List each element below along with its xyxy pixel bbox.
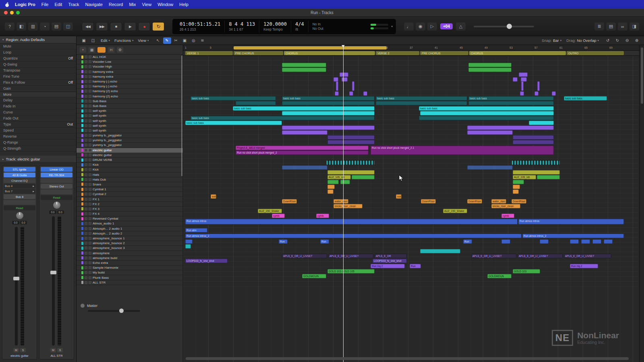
region[interactable] bbox=[513, 180, 524, 184]
track-row[interactable]: Atmosph... 2 audio 1 bbox=[77, 226, 183, 231]
region[interactable]: DownRiser 2 bbox=[467, 199, 482, 204]
track-solo-button[interactable] bbox=[89, 203, 91, 206]
track-mute-button[interactable] bbox=[85, 227, 87, 230]
region[interactable] bbox=[349, 91, 353, 96]
param-q-range[interactable]: Q-Range bbox=[0, 140, 76, 146]
track-row[interactable]: ALL STR bbox=[77, 280, 183, 285]
arrangement-marker-pre-chorus[interactable]: PRE CHORUS bbox=[420, 51, 468, 55]
smart-controls-icon[interactable]: ◔ bbox=[40, 23, 50, 31]
region[interactable] bbox=[419, 116, 554, 120]
track-row[interactable]: harmony (-) echo bbox=[77, 84, 183, 89]
region[interactable]: AUZ_105_Idli bbox=[513, 175, 536, 179]
track-row[interactable]: yummy b._peggiator bbox=[77, 143, 183, 148]
track-solo-button[interactable] bbox=[89, 134, 91, 137]
region[interactable] bbox=[327, 140, 375, 144]
region[interactable] bbox=[282, 68, 326, 72]
track-mute-button[interactable] bbox=[85, 261, 87, 264]
track-solo-button[interactable] bbox=[89, 109, 91, 112]
track-row[interactable]: harmony extra bbox=[77, 74, 183, 79]
fader-thumb[interactable] bbox=[50, 271, 56, 274]
vertical-scroll-thumb[interactable] bbox=[641, 47, 643, 104]
region[interactable] bbox=[513, 140, 554, 144]
region[interactable]: Run no click short pluck merged_2.1 bbox=[371, 146, 554, 155]
region[interactable] bbox=[520, 91, 524, 96]
track-mute-button[interactable] bbox=[85, 217, 87, 220]
arrangement-marker-chorus[interactable]: CHORUS bbox=[284, 51, 375, 55]
region[interactable]: Project A_AB14 merged bbox=[236, 146, 369, 150]
track-row[interactable]: Vocoder High bbox=[77, 64, 183, 69]
menu-record[interactable]: Record bbox=[109, 2, 123, 7]
track-mute-button[interactable] bbox=[85, 75, 87, 78]
menu-view[interactable]: View bbox=[142, 2, 152, 7]
region[interactable]: GOLDMOUN bbox=[487, 274, 511, 278]
undo-icon[interactable]: ↺ bbox=[604, 37, 612, 44]
track-solo-button[interactable] bbox=[89, 158, 91, 161]
region[interactable] bbox=[327, 135, 375, 140]
region[interactable] bbox=[513, 135, 554, 140]
mixer-icon[interactable]: ▥ bbox=[28, 23, 38, 31]
track-row[interactable]: yummy b._peggiator bbox=[77, 133, 183, 138]
region[interactable] bbox=[420, 111, 554, 115]
lcd-display[interactable]: 01:00:51:15.21 26 4 1 213 8 4 4 113 34 1… bbox=[172, 19, 396, 34]
arrangement-marker-verse-1[interactable]: VERSE 1 bbox=[185, 51, 233, 55]
region[interactable] bbox=[592, 239, 601, 244]
region[interactable] bbox=[282, 125, 375, 130]
track-solo-button[interactable] bbox=[89, 257, 91, 259]
arrangement-marker-chorus[interactable]: CHORUS bbox=[469, 51, 566, 55]
param-gain[interactable]: Gain bbox=[0, 86, 76, 92]
zoom-tool-icon[interactable]: ◎ bbox=[190, 37, 198, 44]
volume-fader[interactable] bbox=[52, 216, 55, 346]
track-solo-button[interactable] bbox=[89, 281, 91, 284]
track-solo-button[interactable] bbox=[89, 261, 91, 264]
list-editors-icon[interactable]: ≣ bbox=[594, 23, 604, 31]
menu-navigate[interactable]: Navigate bbox=[85, 2, 103, 7]
track-solo-button[interactable] bbox=[89, 65, 91, 68]
track-row[interactable]: Atmos_audio 1 bbox=[77, 221, 183, 226]
region[interactable]: basic sub bass bbox=[419, 106, 554, 111]
track-solo-button[interactable] bbox=[89, 85, 91, 88]
track-mute-button[interactable] bbox=[85, 65, 87, 68]
track-row[interactable]: ALL HGK bbox=[77, 55, 183, 60]
add-track-icon[interactable]: + bbox=[80, 47, 86, 53]
region[interactable] bbox=[468, 63, 511, 67]
track-mute-button[interactable] bbox=[85, 208, 87, 210]
region[interactable]: cymb bbox=[501, 214, 514, 218]
group-slot[interactable] bbox=[41, 189, 72, 194]
track-solo-button[interactable] bbox=[89, 139, 91, 142]
region[interactable] bbox=[327, 180, 339, 184]
region[interactable]: DownRiser 2 bbox=[511, 199, 526, 204]
region[interactable]: Run bbox=[463, 239, 472, 244]
region[interactable] bbox=[340, 180, 350, 184]
region[interactable]: basic sub bass bbox=[233, 106, 375, 111]
replace-icon[interactable]: ▷ bbox=[427, 23, 437, 31]
inspector-icon[interactable]: ◧ bbox=[17, 23, 26, 31]
insert-slot[interactable]: RE-TR-504 bbox=[41, 173, 72, 177]
track-mute-button[interactable] bbox=[85, 247, 87, 249]
track-row[interactable]: Sub Bass bbox=[77, 104, 183, 109]
track-mute-button[interactable] bbox=[85, 149, 87, 152]
apple-loops-icon[interactable]: ∞ bbox=[618, 23, 627, 31]
track-row[interactable]: Echo extra bbox=[77, 261, 183, 265]
solo-button[interactable]: S bbox=[20, 348, 26, 352]
output-button[interactable]: Stereo Out bbox=[41, 184, 72, 189]
track-row[interactable]: atmosphere bbox=[77, 251, 183, 256]
stop-button[interactable]: ■ bbox=[110, 22, 122, 31]
track-mute-button[interactable] bbox=[85, 124, 87, 127]
flex-tool-icon[interactable]: ≋ bbox=[199, 37, 207, 44]
menu-file[interactable]: File bbox=[41, 2, 49, 7]
region[interactable]: Run bbox=[320, 239, 329, 244]
duplicate-track-icon[interactable]: ▦ bbox=[89, 47, 95, 53]
param-q-strength[interactable]: Q-Strength bbox=[0, 146, 76, 152]
region[interactable] bbox=[282, 130, 327, 135]
track-mute-button[interactable] bbox=[85, 178, 87, 181]
track-solo-button[interactable] bbox=[89, 247, 91, 249]
insert-slot[interactable]: Linear OD bbox=[41, 167, 72, 172]
region[interactable] bbox=[363, 91, 367, 96]
region[interactable]: DownRiser 2 bbox=[282, 199, 297, 204]
track-mute-button[interactable] bbox=[85, 266, 87, 269]
cycle-band[interactable] bbox=[234, 46, 387, 49]
mute-button[interactable]: M bbox=[50, 348, 56, 352]
track-row[interactable]: self synth bbox=[77, 113, 183, 118]
track-solo-button[interactable] bbox=[89, 266, 91, 269]
track-row[interactable]: Sub Bass bbox=[77, 99, 183, 104]
